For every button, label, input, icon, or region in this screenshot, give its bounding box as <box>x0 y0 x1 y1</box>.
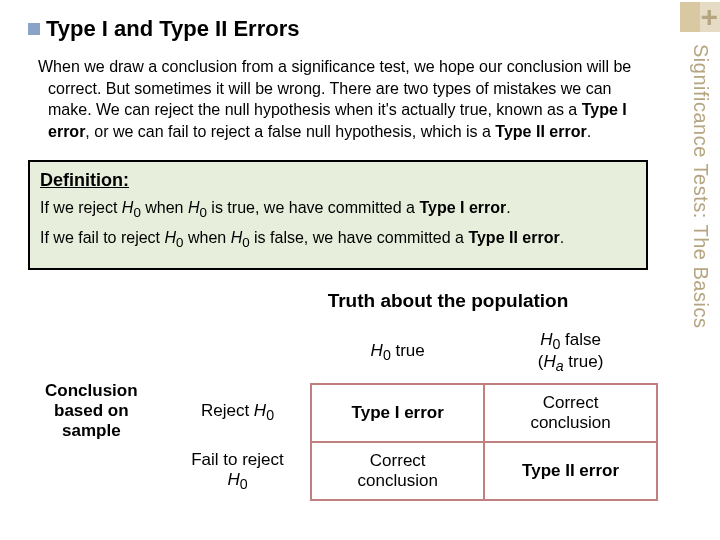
table-top-caption: Truth about the population <box>18 290 658 312</box>
cell-type1: Type I error <box>311 384 484 442</box>
definition-line-2: If we fail to reject H0 when H0 is false… <box>40 227 636 252</box>
page-title: Type I and Type II Errors <box>46 16 299 42</box>
plus-icon: + <box>700 2 718 32</box>
row-label-fail: Fail to rejectH0 <box>165 442 312 500</box>
bullet-icon <box>28 23 40 35</box>
definition-heading: Definition: <box>40 170 636 191</box>
main-content: Type I and Type II Errors When we draw a… <box>28 16 648 501</box>
definition-line-1: If we reject H0 when H0 is true, we have… <box>40 197 636 222</box>
definition-box: Definition: If we reject H0 when H0 is t… <box>28 160 648 269</box>
error-table-wrap: Truth about the population Conclusionbas… <box>18 290 658 501</box>
col-header-h0-true: H0 true <box>311 322 484 384</box>
cell-correct-2: Correctconclusion <box>311 442 484 500</box>
intro-paragraph: When we draw a conclusion from a signifi… <box>38 56 648 142</box>
row-label-reject: Reject H0 <box>165 384 312 442</box>
side-caption: Conclusionbased onsample <box>18 322 165 500</box>
error-table: Conclusionbased onsample H0 true H0 fals… <box>18 322 658 501</box>
cell-correct-1: Correctconclusion <box>484 384 657 442</box>
title-row: Type I and Type II Errors <box>28 16 648 42</box>
sidebar-label: Significance Tests: The Basics <box>689 44 712 328</box>
sidebar: + Significance Tests: The Basics <box>672 0 720 540</box>
col-header-h0-false: H0 false(Ha true) <box>484 322 657 384</box>
cell-type2: Type II error <box>484 442 657 500</box>
